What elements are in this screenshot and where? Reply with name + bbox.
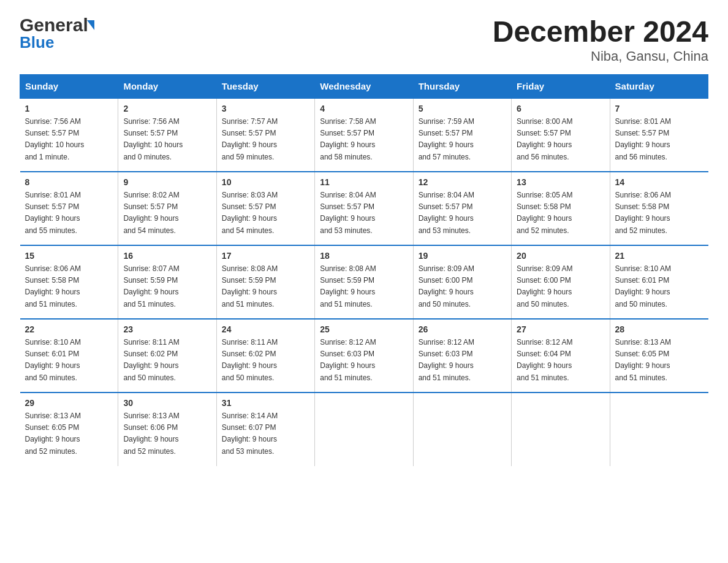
day-info: Sunrise: 8:09 AM Sunset: 6:00 PM Dayligh… (517, 263, 604, 310)
column-header-wednesday: Wednesday (315, 75, 413, 99)
day-info: Sunrise: 8:13 AM Sunset: 6:06 PM Dayligh… (123, 410, 211, 458)
day-info: Sunrise: 8:11 AM Sunset: 6:02 PM Dayligh… (222, 337, 309, 384)
day-number: 26 (419, 324, 506, 334)
day-info: Sunrise: 8:12 AM Sunset: 6:03 PM Dayligh… (419, 337, 506, 384)
calendar-cell: 22 Sunrise: 8:10 AM Sunset: 6:01 PM Dayl… (20, 319, 118, 393)
day-info: Sunrise: 8:05 AM Sunset: 5:58 PM Dayligh… (517, 190, 604, 237)
calendar-cell: 17 Sunrise: 8:08 AM Sunset: 5:59 PM Dayl… (216, 245, 314, 319)
logo-triangle-icon (87, 20, 94, 30)
day-info: Sunrise: 8:13 AM Sunset: 6:05 PM Dayligh… (25, 410, 113, 458)
logo: General Blue (20, 15, 94, 52)
calendar-cell: 11 Sunrise: 8:04 AM Sunset: 5:57 PM Dayl… (315, 172, 413, 245)
calendar-table: SundayMondayTuesdayWednesdayThursdayFrid… (20, 74, 708, 466)
day-number: 6 (517, 104, 604, 113)
logo-blue-text: Blue (20, 33, 94, 52)
calendar-cell: 14 Sunrise: 8:06 AM Sunset: 5:58 PM Dayl… (610, 172, 708, 245)
calendar-week-row: 1 Sunrise: 7:56 AM Sunset: 5:57 PM Dayli… (20, 98, 708, 172)
calendar-week-row: 22 Sunrise: 8:10 AM Sunset: 6:01 PM Dayl… (20, 319, 708, 393)
calendar-cell: 10 Sunrise: 8:03 AM Sunset: 5:57 PM Dayl… (216, 172, 314, 245)
logo-general-text: General (20, 15, 88, 36)
column-header-sunday: Sunday (20, 75, 118, 99)
calendar-cell: 25 Sunrise: 8:12 AM Sunset: 6:03 PM Dayl… (315, 319, 413, 393)
day-info: Sunrise: 8:01 AM Sunset: 5:57 PM Dayligh… (25, 190, 113, 237)
day-number: 3 (222, 104, 309, 113)
calendar-cell: 26 Sunrise: 8:12 AM Sunset: 6:03 PM Dayl… (413, 319, 511, 393)
day-number: 14 (615, 177, 703, 187)
page-header: General Blue December 2024 Niba, Gansu, … (20, 15, 708, 64)
day-number: 4 (320, 104, 408, 113)
calendar-subtitle: Niba, Gansu, China (493, 48, 708, 64)
day-info: Sunrise: 8:12 AM Sunset: 6:04 PM Dayligh… (517, 337, 604, 384)
day-number: 7 (615, 104, 703, 113)
calendar-cell: 13 Sunrise: 8:05 AM Sunset: 5:58 PM Dayl… (512, 172, 610, 245)
day-number: 24 (222, 324, 309, 334)
day-number: 9 (123, 177, 211, 187)
calendar-cell: 27 Sunrise: 8:12 AM Sunset: 6:04 PM Dayl… (512, 319, 610, 393)
calendar-cell: 7 Sunrise: 8:01 AM Sunset: 5:57 PM Dayli… (610, 98, 708, 172)
calendar-cell: 2 Sunrise: 7:56 AM Sunset: 5:57 PM Dayli… (118, 98, 216, 172)
calendar-cell: 31 Sunrise: 8:14 AM Sunset: 6:07 PM Dayl… (216, 393, 314, 466)
day-number: 13 (517, 177, 604, 187)
calendar-cell (315, 393, 413, 466)
calendar-cell: 15 Sunrise: 8:06 AM Sunset: 5:58 PM Dayl… (20, 245, 118, 319)
calendar-cell (512, 393, 610, 466)
day-info: Sunrise: 8:08 AM Sunset: 5:59 PM Dayligh… (320, 263, 408, 310)
day-info: Sunrise: 7:56 AM Sunset: 5:57 PM Dayligh… (123, 116, 211, 163)
day-number: 19 (419, 251, 506, 261)
column-header-monday: Monday (118, 75, 216, 99)
calendar-week-row: 15 Sunrise: 8:06 AM Sunset: 5:58 PM Dayl… (20, 245, 708, 319)
day-number: 10 (222, 177, 309, 187)
calendar-cell: 30 Sunrise: 8:13 AM Sunset: 6:06 PM Dayl… (118, 393, 216, 466)
day-info: Sunrise: 8:14 AM Sunset: 6:07 PM Dayligh… (222, 410, 309, 458)
day-info: Sunrise: 8:02 AM Sunset: 5:57 PM Dayligh… (123, 190, 211, 237)
day-number: 15 (25, 251, 113, 261)
day-info: Sunrise: 8:00 AM Sunset: 5:57 PM Dayligh… (517, 116, 604, 163)
calendar-cell: 20 Sunrise: 8:09 AM Sunset: 6:00 PM Dayl… (512, 245, 610, 319)
day-info: Sunrise: 8:11 AM Sunset: 6:02 PM Dayligh… (123, 337, 211, 384)
day-number: 1 (25, 104, 113, 113)
calendar-cell: 29 Sunrise: 8:13 AM Sunset: 6:05 PM Dayl… (20, 393, 118, 466)
day-number: 12 (419, 177, 506, 187)
day-info: Sunrise: 8:01 AM Sunset: 5:57 PM Dayligh… (615, 116, 703, 163)
calendar-cell: 9 Sunrise: 8:02 AM Sunset: 5:57 PM Dayli… (118, 172, 216, 245)
calendar-cell: 16 Sunrise: 8:07 AM Sunset: 5:59 PM Dayl… (118, 245, 216, 319)
day-number: 23 (123, 324, 211, 334)
day-info: Sunrise: 8:08 AM Sunset: 5:59 PM Dayligh… (222, 263, 309, 310)
calendar-cell: 6 Sunrise: 8:00 AM Sunset: 5:57 PM Dayli… (512, 98, 610, 172)
day-info: Sunrise: 7:58 AM Sunset: 5:57 PM Dayligh… (320, 116, 408, 163)
day-info: Sunrise: 7:56 AM Sunset: 5:57 PM Dayligh… (25, 116, 113, 163)
day-number: 17 (222, 251, 309, 261)
column-header-friday: Friday (512, 75, 610, 99)
day-number: 5 (419, 104, 506, 113)
day-info: Sunrise: 7:57 AM Sunset: 5:57 PM Dayligh… (222, 116, 309, 163)
day-info: Sunrise: 8:12 AM Sunset: 6:03 PM Dayligh… (320, 337, 408, 384)
day-number: 11 (320, 177, 408, 187)
day-number: 20 (517, 251, 604, 261)
day-info: Sunrise: 8:10 AM Sunset: 6:01 PM Dayligh… (615, 263, 703, 310)
calendar-week-row: 8 Sunrise: 8:01 AM Sunset: 5:57 PM Dayli… (20, 172, 708, 245)
calendar-cell: 28 Sunrise: 8:13 AM Sunset: 6:05 PM Dayl… (610, 319, 708, 393)
day-number: 18 (320, 251, 408, 261)
day-number: 29 (25, 398, 113, 408)
day-number: 22 (25, 324, 113, 334)
calendar-cell: 3 Sunrise: 7:57 AM Sunset: 5:57 PM Dayli… (216, 98, 314, 172)
calendar-cell: 23 Sunrise: 8:11 AM Sunset: 6:02 PM Dayl… (118, 319, 216, 393)
calendar-cell: 19 Sunrise: 8:09 AM Sunset: 6:00 PM Dayl… (413, 245, 511, 319)
title-block: December 2024 Niba, Gansu, China (493, 15, 708, 64)
day-info: Sunrise: 8:03 AM Sunset: 5:57 PM Dayligh… (222, 190, 309, 237)
calendar-cell: 1 Sunrise: 7:56 AM Sunset: 5:57 PM Dayli… (20, 98, 118, 172)
day-number: 21 (615, 251, 703, 261)
calendar-cell: 21 Sunrise: 8:10 AM Sunset: 6:01 PM Dayl… (610, 245, 708, 319)
day-number: 8 (25, 177, 113, 187)
day-info: Sunrise: 8:07 AM Sunset: 5:59 PM Dayligh… (123, 263, 211, 310)
day-info: Sunrise: 8:04 AM Sunset: 5:57 PM Dayligh… (419, 190, 506, 237)
day-number: 31 (222, 398, 309, 408)
calendar-cell: 18 Sunrise: 8:08 AM Sunset: 5:59 PM Dayl… (315, 245, 413, 319)
calendar-cell: 4 Sunrise: 7:58 AM Sunset: 5:57 PM Dayli… (315, 98, 413, 172)
day-number: 25 (320, 324, 408, 334)
column-header-tuesday: Tuesday (216, 75, 314, 99)
calendar-cell: 8 Sunrise: 8:01 AM Sunset: 5:57 PM Dayli… (20, 172, 118, 245)
calendar-week-row: 29 Sunrise: 8:13 AM Sunset: 6:05 PM Dayl… (20, 393, 708, 466)
day-info: Sunrise: 7:59 AM Sunset: 5:57 PM Dayligh… (419, 116, 506, 163)
day-info: Sunrise: 8:10 AM Sunset: 6:01 PM Dayligh… (25, 337, 113, 384)
